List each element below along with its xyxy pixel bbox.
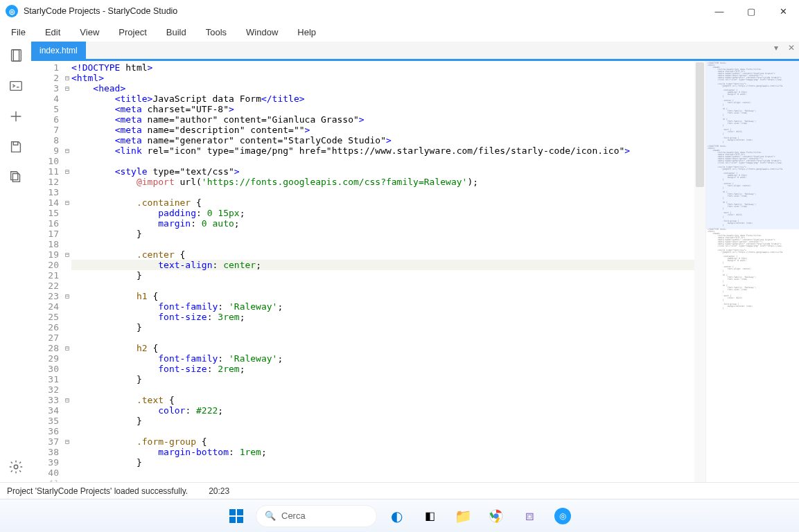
save-all-icon[interactable] xyxy=(8,169,24,186)
code-editor[interactable]: <!DOCTYPE html><html> <head> <title>Java… xyxy=(71,61,694,482)
tab-label: index.html xyxy=(39,46,78,55)
app-icon: ◎ xyxy=(6,5,18,17)
close-button[interactable]: ✕ xyxy=(767,0,799,22)
taskbar: 🔍 Cerca ◐ ◧ 📁 ⧈ ◎ xyxy=(0,499,799,532)
settings-icon[interactable] xyxy=(8,459,24,475)
vertical-scrollbar[interactable] xyxy=(694,61,705,482)
minimap[interactable]: <!DOCTYPE html> <html> <head> <title>Jav… xyxy=(705,61,799,482)
menu-view[interactable]: View xyxy=(77,26,102,39)
statusbar: Project 'StarlyCode Projects' loaded suc… xyxy=(0,482,799,499)
tab-close-icon[interactable]: ✕ xyxy=(785,43,798,53)
fold-column: ⊟⊟⊟⊟⊟⊟⊟⊟⊟⊟ xyxy=(63,61,71,482)
copilot-icon[interactable]: ◐ xyxy=(383,502,410,530)
terminal-icon[interactable] xyxy=(8,78,24,94)
file-explorer-icon[interactable]: 📁 xyxy=(449,502,477,530)
window-title: StarlyCode Projects - StarlyCode Studio xyxy=(24,6,177,16)
svg-point-4 xyxy=(14,465,18,469)
svg-rect-0 xyxy=(11,50,19,62)
search-icon: 🔍 xyxy=(265,511,276,521)
tab-controls: ▾ ✕ xyxy=(771,43,798,53)
taskbar-search-placeholder: Cerca xyxy=(281,511,306,521)
menu-project[interactable]: Project xyxy=(116,26,149,39)
status-time: 20:23 xyxy=(209,486,229,496)
svg-rect-3 xyxy=(13,142,17,145)
maximize-button[interactable]: ▢ xyxy=(735,0,767,22)
add-icon[interactable] xyxy=(8,108,24,125)
workspace: index.html ▾ ✕ 1234567891011121314151617… xyxy=(0,42,799,482)
chrome-icon[interactable] xyxy=(482,502,510,530)
tab-index-html[interactable]: index.html xyxy=(31,42,86,59)
menu-file[interactable]: File xyxy=(8,26,28,39)
menu-help[interactable]: Help xyxy=(295,26,319,39)
starlycode-icon[interactable]: ◎ xyxy=(549,502,577,530)
status-message: Project 'StarlyCode Projects' loaded suc… xyxy=(7,486,188,496)
menu-tools[interactable]: Tools xyxy=(203,26,229,39)
menu-window[interactable]: Window xyxy=(243,26,281,39)
menu-edit[interactable]: Edit xyxy=(42,26,63,39)
editor-area: index.html ▾ ✕ 1234567891011121314151617… xyxy=(31,42,799,482)
sidebar xyxy=(0,42,31,482)
menu-build[interactable]: Build xyxy=(164,26,189,39)
menubar: File Edit View Project Build Tools Windo… xyxy=(0,22,799,42)
task-view-icon[interactable]: ◧ xyxy=(416,502,444,530)
svg-rect-2 xyxy=(10,82,21,91)
svg-rect-1 xyxy=(13,50,21,62)
explorer-icon[interactable] xyxy=(8,47,24,64)
titlebar: ◎ StarlyCode Projects - StarlyCode Studi… xyxy=(0,0,799,22)
start-button[interactable] xyxy=(222,502,250,530)
line-number-gutter: 1234567891011121314151617181920212223242… xyxy=(31,61,63,482)
minimize-button[interactable]: — xyxy=(703,0,735,22)
scrollbar-thumb[interactable] xyxy=(696,62,704,187)
visual-studio-icon[interactable]: ⧈ xyxy=(516,502,543,530)
window-controls: — ▢ ✕ xyxy=(703,0,799,22)
tabbar: index.html ▾ ✕ xyxy=(31,42,799,59)
taskbar-search[interactable]: 🔍 Cerca xyxy=(256,505,377,527)
save-icon[interactable] xyxy=(8,139,24,155)
code-container: 1234567891011121314151617181920212223242… xyxy=(31,61,799,482)
minimap-viewport[interactable] xyxy=(706,61,799,229)
tab-dropdown-icon[interactable]: ▾ xyxy=(771,43,781,53)
